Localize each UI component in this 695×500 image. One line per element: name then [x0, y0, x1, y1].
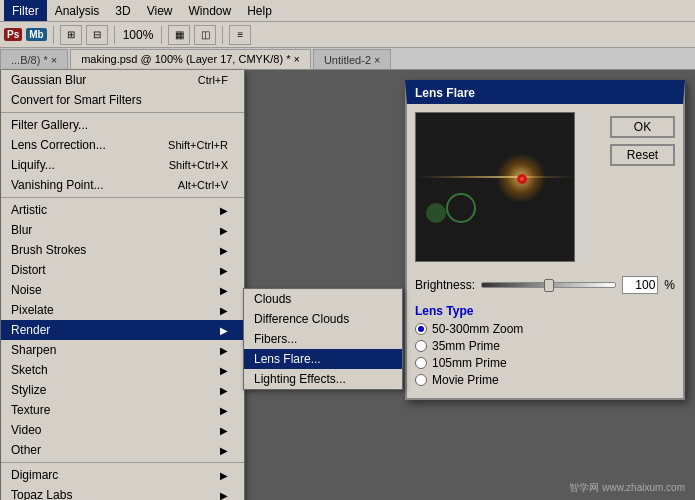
toolbar-icon-arrange[interactable]: ⊟	[86, 25, 108, 45]
brightness-input[interactable]	[622, 276, 658, 294]
submenu-lighting-effects[interactable]: Lighting Effects...	[244, 369, 402, 389]
toolbar-icon-extra[interactable]: ≡	[229, 25, 251, 45]
submenu-lens-flare[interactable]: Lens Flare...	[244, 349, 402, 369]
toolbar-icon-view2[interactable]: ◫	[194, 25, 216, 45]
lens-option-movie[interactable]: Movie Prime	[415, 373, 675, 387]
menu-sharpen[interactable]: Sharpen ▶	[1, 340, 244, 360]
sep-1	[1, 112, 244, 113]
menubar-analysis[interactable]: Analysis	[47, 0, 108, 21]
menubar-help[interactable]: Help	[239, 0, 280, 21]
menu-render[interactable]: Render ▶	[1, 320, 244, 340]
menubar-filter[interactable]: Filter	[4, 0, 47, 21]
menu-other[interactable]: Other ▶	[1, 440, 244, 460]
menu-vanishing-point[interactable]: Vanishing Point... Alt+Ctrl+V	[1, 175, 244, 195]
brightness-slider[interactable]	[481, 282, 616, 288]
menu-sketch[interactable]: Sketch ▶	[1, 360, 244, 380]
render-submenu: Clouds Difference Clouds Fibers... Lens …	[243, 288, 403, 390]
menu-artistic[interactable]: Artistic ▶	[1, 200, 244, 220]
menu-topaz[interactable]: Topaz Labs ▶	[1, 485, 244, 500]
sep-2	[1, 197, 244, 198]
ps-badge: Ps	[4, 28, 22, 41]
submenu-clouds[interactable]: Clouds	[244, 289, 402, 309]
brightness-label: Brightness:	[415, 278, 475, 292]
mb-badge: Mb	[26, 28, 46, 41]
menu-texture[interactable]: Texture ▶	[1, 400, 244, 420]
lens-option-35mm[interactable]: 35mm Prime	[415, 339, 675, 353]
toolbar-separator-1	[53, 26, 54, 44]
menubar-3d[interactable]: 3D	[107, 0, 138, 21]
watermark: 智学网 www.zhaixum.com	[569, 481, 685, 495]
right-panel: Lens Flare OK Reset	[405, 70, 695, 500]
brightness-unit: %	[664, 278, 675, 292]
zoom-level: 100%	[123, 28, 154, 42]
submenu-difference-clouds[interactable]: Difference Clouds	[244, 309, 402, 329]
tab-untitled[interactable]: Untitled-2 ×	[313, 49, 392, 69]
menubar: Filter Analysis 3D View Window Help	[0, 0, 695, 22]
menu-distort[interactable]: Distort ▶	[1, 260, 244, 280]
lens-flare-dialog: Lens Flare OK Reset	[405, 80, 685, 400]
flare-center	[516, 173, 528, 185]
menu-liquify[interactable]: Liquify... Shift+Ctrl+X	[1, 155, 244, 175]
reset-button[interactable]: Reset	[610, 144, 675, 166]
toolbar-icon-grid[interactable]: ⊞	[60, 25, 82, 45]
preview-canvas[interactable]	[415, 112, 575, 262]
menu-noise[interactable]: Noise ▶	[1, 280, 244, 300]
lens-type-section: Lens Type 50-300mm Zoom 35mm Prime 105mm…	[407, 300, 683, 398]
toolbar-separator-2	[114, 26, 115, 44]
left-panel: Gaussian Blur Ctrl+F Convert for Smart F…	[0, 70, 405, 500]
menu-blur[interactable]: Blur ▶	[1, 220, 244, 240]
menu-brush-strokes[interactable]: Brush Strokes ▶	[1, 240, 244, 260]
flare-ring1	[446, 193, 476, 223]
radio-zoom[interactable]	[415, 323, 427, 335]
tab-making[interactable]: making.psd @ 100% (Layer 17, CMYK/8) * ×	[70, 49, 311, 69]
toolbar: Ps Mb ⊞ ⊟ 100% ▦ ◫ ≡	[0, 22, 695, 48]
dialog-buttons: OK Reset	[610, 112, 675, 262]
brightness-section: Brightness: %	[407, 270, 683, 300]
tab-file1[interactable]: ...B/8) * ×	[0, 49, 68, 69]
filter-dropdown: Gaussian Blur Ctrl+F Convert for Smart F…	[0, 70, 245, 500]
ok-button[interactable]: OK	[610, 116, 675, 138]
menu-lens-correction[interactable]: Lens Correction... Shift+Ctrl+R	[1, 135, 244, 155]
dialog-content: OK Reset	[407, 104, 683, 270]
tabbar: ...B/8) * × making.psd @ 100% (Layer 17,…	[0, 48, 695, 70]
menu-convert-smart[interactable]: Convert for Smart Filters	[1, 90, 244, 110]
radio-35mm[interactable]	[415, 340, 427, 352]
radio-movie[interactable]	[415, 374, 427, 386]
dialog-preview[interactable]	[415, 112, 602, 262]
flare-ring2	[426, 203, 446, 223]
submenu-fibers[interactable]: Fibers...	[244, 329, 402, 349]
menu-video[interactable]: Video ▶	[1, 420, 244, 440]
menu-gaussian-blur[interactable]: Gaussian Blur Ctrl+F	[1, 70, 244, 90]
menu-filter-gallery[interactable]: Filter Gallery...	[1, 115, 244, 135]
brightness-thumb[interactable]	[544, 279, 554, 292]
menu-digimarc[interactable]: Digimarc ▶	[1, 465, 244, 485]
menu-stylize[interactable]: Stylize ▶	[1, 380, 244, 400]
sep-3	[1, 462, 244, 463]
menu-pixelate[interactable]: Pixelate ▶	[1, 300, 244, 320]
lens-option-105mm[interactable]: 105mm Prime	[415, 356, 675, 370]
toolbar-separator-4	[222, 26, 223, 44]
toolbar-icon-view1[interactable]: ▦	[168, 25, 190, 45]
dialog-title: Lens Flare	[407, 82, 683, 104]
menubar-window[interactable]: Window	[181, 0, 240, 21]
main-area: Gaussian Blur Ctrl+F Convert for Smart F…	[0, 70, 695, 500]
lens-option-zoom[interactable]: 50-300mm Zoom	[415, 322, 675, 336]
radio-105mm[interactable]	[415, 357, 427, 369]
lens-type-heading: Lens Type	[415, 304, 675, 318]
menubar-view[interactable]: View	[139, 0, 181, 21]
toolbar-separator-3	[161, 26, 162, 44]
